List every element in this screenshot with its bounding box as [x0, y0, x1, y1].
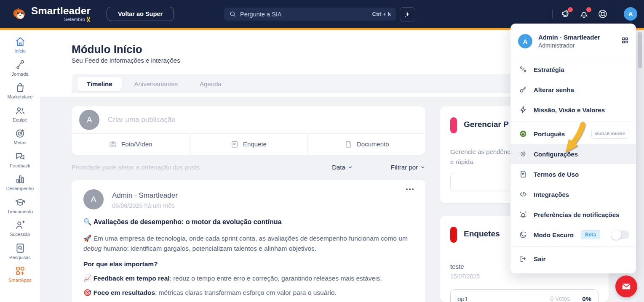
chevron-down-icon: [420, 164, 425, 170]
filter-by-dropdown[interactable]: Filtrar por: [391, 164, 425, 171]
key-icon: [519, 85, 527, 94]
scrollbar-track[interactable]: [636, 30, 644, 302]
document-button[interactable]: Documento: [308, 134, 425, 154]
sidebar-item-label: Treinamento: [7, 209, 33, 214]
search-shortcut: Ctrl + k: [372, 11, 391, 17]
poll-option-divider: [576, 295, 576, 302]
sidebar-item-label: Início: [14, 48, 25, 53]
sidebar-item-desempenho[interactable]: Desempenho: [0, 174, 40, 191]
lifesaver-help-icon: [597, 8, 608, 19]
sidebar-item-label: Pesquisas: [9, 255, 31, 260]
tab-aniversariantes[interactable]: Aniversariantes: [125, 77, 187, 91]
dark-mode-toggle[interactable]: [611, 230, 629, 239]
back-to-super-button[interactable]: Voltar ao Super: [107, 7, 174, 21]
user-menu-dropdown: A Admin - Smartleader Administrador Estr…: [510, 24, 636, 273]
composer-input[interactable]: Criar uma publicação: [108, 116, 176, 124]
menu-item-preferencias-notificacoes[interactable]: Preferências de notificações: [510, 204, 636, 225]
apps-grid-icon: [15, 265, 26, 276]
topbar-divider: [552, 10, 553, 18]
poll-option-percent: 0%: [582, 295, 591, 302]
sort-by-date-dropdown[interactable]: Data: [332, 164, 353, 171]
sidebar-item-pesquisas[interactable]: Pesquisas: [0, 243, 40, 260]
scrollbar-thumb[interactable]: [638, 32, 642, 68]
sidebar-item-smartapps[interactable]: SmartApps: [0, 265, 40, 283]
announcements-button[interactable]: [560, 8, 571, 19]
chat-widget-button[interactable]: [615, 276, 637, 297]
sidebar-item-jornada[interactable]: Jornada: [0, 59, 40, 77]
user-menu-avatar: A: [518, 34, 532, 48]
topbar-divider: [616, 10, 616, 18]
sidebar-item-inicio[interactable]: Início: [0, 36, 40, 53]
menu-item-missao-visao-valores[interactable]: Missão, Visão e Valores: [510, 100, 636, 120]
pending-card-accent: [450, 117, 457, 133]
brand-name: Smartleader: [31, 6, 91, 16]
search-placeholder: Pergunte a SIA: [240, 11, 369, 18]
sidebar-item-label: Equipe: [13, 117, 27, 122]
user-avatar-button[interactable]: A: [624, 7, 637, 21]
chevron-down-icon: [347, 164, 353, 170]
pending-card-text: Gerencie as pendência e rápida.: [450, 147, 515, 167]
sidebar-item-label: Sucessão: [10, 232, 30, 237]
tab-agenda[interactable]: Agenda: [190, 77, 231, 91]
home-icon: [15, 36, 26, 47]
people-icon: [15, 105, 26, 116]
menu-item-modo-escuro[interactable]: Modo Escuro Beta: [510, 225, 636, 245]
person-plus-icon: [15, 220, 26, 230]
post-bullet: 📈 Feedback em tempo real: reduz o tempo …: [83, 275, 414, 282]
user-menu-header: A Admin - Smartleader Administrador: [510, 24, 636, 59]
poll-option-votes: 0 Votos: [550, 295, 570, 302]
graduation-cap-icon: [15, 197, 26, 208]
strategy-icon: [519, 65, 527, 74]
sidebar-item-sucessao[interactable]: Sucessão: [0, 220, 40, 237]
sidebar-item-treinamento[interactable]: Treinamento: [0, 197, 40, 214]
menu-item-idioma[interactable]: Português MUDAR IDIOMA: [510, 124, 636, 144]
sort-label: Data: [332, 164, 345, 171]
notifications-button[interactable]: [579, 8, 590, 19]
qr-code-button[interactable]: [621, 36, 629, 45]
post-paragraph: 🚀 Em uma empresa de tecnologia, onde cad…: [83, 233, 420, 254]
poll-date: 15/07/2025: [450, 273, 480, 280]
menu-item-sair[interactable]: Sair: [510, 249, 636, 269]
search-input[interactable]: Pergunte a SIA Ctrl + k: [224, 8, 396, 21]
rocket-emoji: 🚀: [83, 235, 91, 242]
menu-item-alterar-senha[interactable]: Alterar senha: [510, 79, 636, 100]
sidebar-item-label: Feedback: [10, 163, 30, 168]
sidebar-item-label: Marketplace: [8, 94, 33, 99]
brand: Smartleader Setembro: [11, 6, 91, 22]
post-author-name: Admin - Smartleader: [112, 191, 178, 200]
ai-sparkles-button[interactable]: [400, 7, 415, 21]
post-author-avatar: A: [83, 189, 104, 209]
sidebar: Início Jornada Marketplace Equipe Metas …: [0, 30, 40, 302]
code-icon: [519, 190, 527, 199]
journey-icon: [15, 59, 26, 70]
announcements-badge: [568, 7, 573, 12]
sidebar-item-feedback[interactable]: Feedback: [0, 151, 40, 168]
page-title: Módulo Início: [72, 43, 142, 56]
photo-video-button[interactable]: Foto/Vídeo: [72, 134, 190, 154]
post-title: 🔍 Avaliações de desempenho: o motor da e…: [83, 218, 414, 226]
document-search-icon: [15, 243, 26, 254]
post-options-button[interactable]: [406, 188, 414, 190]
menu-item-configuracoes[interactable]: Configurações: [510, 144, 636, 164]
change-language-button[interactable]: MUDAR IDIOMA: [591, 129, 629, 139]
help-button[interactable]: [597, 8, 608, 19]
gear-icon: [519, 150, 527, 158]
poll-option[interactable]: op1 0 Votos 0%: [450, 289, 599, 302]
menu-item-estrategia[interactable]: Estratégia: [510, 59, 636, 79]
menu-item-termos-de-uso[interactable]: Termos de Uso: [510, 164, 636, 184]
poll-name: teste: [450, 263, 464, 270]
bar-chart-icon: [15, 174, 26, 185]
poll-button[interactable]: Enquete: [190, 134, 307, 154]
sidebar-item-metas[interactable]: Metas: [0, 128, 40, 145]
poll-label: Enquete: [243, 140, 267, 148]
magnifier-emoji: 🔍: [83, 218, 92, 225]
sidebar-item-label: Jornada: [12, 72, 29, 77]
sidebar-item-marketplace[interactable]: Marketplace: [0, 82, 40, 99]
sidebar-item-equipe[interactable]: Equipe: [0, 105, 40, 122]
target-icon: [15, 128, 26, 139]
tab-timeline[interactable]: Timeline: [77, 77, 122, 91]
menu-item-integracoes[interactable]: Integrações: [510, 184, 636, 204]
sidebar-item-label: SmartApps: [8, 278, 31, 283]
polls-card-accent: [450, 227, 457, 243]
post-date: 05/08/2025 há um mês: [112, 202, 178, 209]
